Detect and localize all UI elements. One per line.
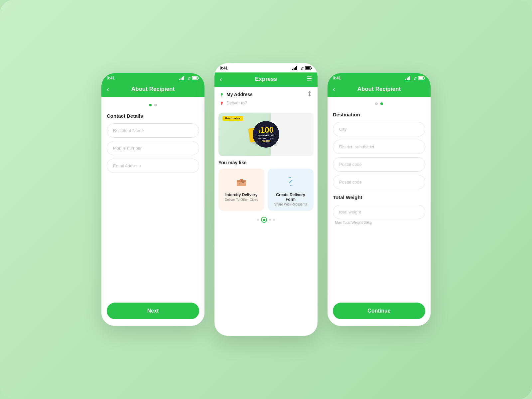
wifi-icon-center: [299, 66, 304, 70]
destination-title: Destination: [333, 112, 425, 117]
content-right: Destination Total Weight Max Total Weigh…: [328, 97, 431, 303]
postal-code-2-input[interactable]: [333, 175, 425, 189]
time-left: 9:41: [107, 76, 115, 80]
phone-right: 9:41: [328, 73, 431, 326]
bottom-dot-2: [261, 217, 267, 223]
list-icon-center: [306, 75, 312, 83]
deliver-to-text[interactable]: Deliver to?: [226, 100, 247, 105]
city-input[interactable]: [333, 122, 425, 136]
wifi-icon-right: [412, 76, 417, 80]
bottom-dot-3: [269, 219, 271, 221]
page-background: 9:41: [0, 0, 532, 399]
deliver-to-row: Deliver to?: [220, 100, 312, 109]
weight-hint: Max Total Weight 30kg: [333, 220, 425, 224]
svg-rect-11: [296, 66, 297, 70]
promo-amount: 100: [260, 125, 274, 134]
postal-code-1-input[interactable]: [333, 157, 425, 172]
status-icons-center: [292, 66, 312, 70]
title-left: About Recipient: [131, 86, 175, 92]
promo-dollar: $100: [258, 126, 274, 134]
svg-rect-15: [311, 67, 312, 69]
you-may-like-title: You may like: [218, 160, 314, 165]
svg-point-25: [242, 182, 244, 183]
svg-rect-8: [292, 69, 293, 70]
battery-icon-right: [418, 76, 425, 80]
button-container-left: Next: [101, 303, 204, 326]
status-icons-left: [179, 76, 199, 80]
title-right: About Recipient: [357, 86, 401, 92]
recipient-name-input[interactable]: [107, 123, 199, 138]
total-weight-title: Total Weight: [333, 195, 425, 200]
svg-rect-2: [182, 77, 183, 80]
intercity-card[interactable]: Intercity Delivery Deliver To Other Citi…: [218, 169, 264, 211]
svg-rect-17: [307, 78, 312, 79]
my-address-row: My Address: [220, 92, 253, 97]
link-icon: [283, 174, 298, 189]
svg-rect-18: [307, 80, 312, 80]
svg-rect-10: [295, 67, 296, 70]
signal-icon-right: [405, 76, 411, 80]
wifi-icon-left: [186, 76, 191, 80]
battery-icon-left: [192, 76, 199, 80]
svg-rect-29: [408, 77, 409, 80]
status-bar-right: 9:41: [328, 73, 431, 82]
content-left: Contact Details: [101, 97, 204, 303]
create-delivery-icon: [282, 173, 299, 190]
svg-point-4: [188, 79, 189, 80]
promo-circle: $100 Free delivery creditwith promo code…: [253, 121, 279, 148]
next-button[interactable]: Next: [107, 303, 199, 319]
svg-point-20: [221, 102, 223, 104]
back-button-left[interactable]: ‹: [107, 85, 109, 93]
dot-2-right: [380, 102, 383, 105]
promo-area: $100 Free delivery creditwith promo code…: [214, 109, 318, 160]
battery-icon-center: [305, 66, 312, 70]
phone-center: 9:41: [214, 63, 318, 336]
cards-row: Intercity Delivery Deliver To Other Citi…: [218, 169, 314, 211]
intercity-subtitle: Deliver To Other Cities: [225, 198, 258, 201]
dot-1-left: [149, 104, 152, 106]
back-button-right[interactable]: ‹: [333, 85, 335, 93]
button-container-right: Continue: [328, 303, 431, 326]
swap-button[interactable]: [307, 91, 312, 98]
bottom-dots: [214, 213, 318, 225]
email-address-input[interactable]: [107, 159, 199, 173]
svg-rect-27: [405, 79, 406, 80]
bottom-dot-1: [257, 219, 259, 221]
continue-button[interactable]: Continue: [333, 303, 425, 319]
create-delivery-subtitle: Share With Recipients: [274, 202, 307, 206]
status-bar-center: 9:41: [214, 63, 318, 72]
dot-2-left: [154, 104, 157, 106]
promo-brand: Postmates: [222, 116, 243, 121]
back-button-center[interactable]: ‹: [220, 75, 222, 83]
pin-green-icon: [220, 92, 224, 96]
header-left: ‹ About Recipient: [101, 82, 204, 97]
svg-rect-16: [307, 76, 312, 77]
status-icons-right: [405, 76, 425, 80]
header-right: ‹ About Recipient: [328, 82, 431, 97]
total-weight-input[interactable]: [333, 205, 425, 219]
address-area: My Address Deliver to?: [214, 87, 318, 109]
progress-dots-right: [333, 102, 425, 105]
create-delivery-card[interactable]: Create Delivery Form Share With Recipien…: [268, 169, 314, 211]
promo-text: Free delivery creditwith promo code:FEED…: [256, 134, 276, 142]
svg-rect-9: [294, 68, 295, 70]
intercity-title: Intercity Delivery: [225, 193, 258, 197]
district-input[interactable]: [333, 140, 425, 154]
svg-point-26: [239, 183, 240, 185]
dot-1-right: [375, 102, 378, 105]
my-address-text: My Address: [226, 92, 253, 97]
intercity-icon: [233, 173, 250, 190]
svg-rect-34: [424, 77, 425, 79]
time-center: 9:41: [220, 66, 228, 70]
svg-rect-6: [193, 77, 197, 79]
svg-point-12: [301, 69, 302, 70]
mobile-number-input[interactable]: [107, 141, 199, 155]
svg-rect-33: [419, 77, 423, 79]
contact-details-title: Contact Details: [107, 113, 199, 119]
you-may-like-section: You may like Intercity Deli: [214, 160, 318, 213]
box-icon: [234, 174, 249, 189]
time-right: 9:41: [333, 76, 341, 80]
phone-left: 9:41: [101, 73, 204, 326]
svg-rect-1: [181, 78, 182, 80]
svg-rect-7: [198, 77, 199, 79]
